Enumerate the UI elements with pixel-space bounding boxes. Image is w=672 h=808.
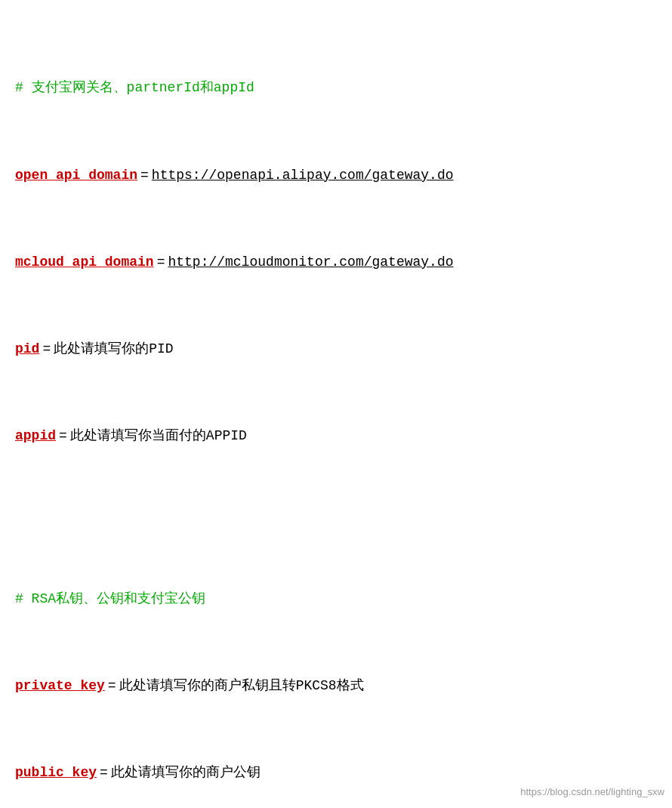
pid-key: pid (15, 338, 39, 360)
appid-line: appid = 此处请填写你当面付的APPID (15, 425, 657, 447)
pid-val: 此处请填写你的PID (54, 338, 173, 360)
mcloud-api-domain-val: http://mcloudmonitor.com/gateway.do (168, 251, 453, 273)
public-key-key: public_key (15, 762, 97, 784)
section1-comment-line: # 支付宝网关名、partnerId和appId (15, 77, 657, 99)
appid-op: = (59, 425, 67, 447)
private-key-val: 此处请填写你的商户私钥且转PKCS8格式 (119, 675, 364, 697)
mcloud-api-domain-op: = (157, 251, 165, 273)
public-key-op: = (100, 762, 108, 784)
public-key-val: 此处请填写你的商户公钥 (111, 762, 260, 784)
private-key-op: = (108, 675, 116, 697)
pid-op: = (42, 338, 51, 360)
open-api-domain-line: open_api_domain = https://openapi.alipay… (15, 165, 657, 187)
section1-comment: # 支付宝网关名、partnerId和appId (15, 77, 254, 99)
open-api-domain-key: open_api_domain (15, 165, 137, 187)
private-key-line: private_key = 此处请填写你的商户私钥且转PKCS8格式 (15, 675, 657, 697)
appid-val: 此处请填写你当面付的APPID (70, 425, 247, 447)
open-api-domain-val: https://openapi.alipay.com/gateway.do (152, 165, 454, 187)
mcloud-api-domain-line: mcloud_api_domain = http://mcloudmonitor… (15, 251, 657, 273)
section2-comment-line: # RSA私钥、公钥和支付宝公钥 (15, 588, 657, 610)
mcloud-api-domain-key: mcloud_api_domain (15, 251, 154, 273)
pid-line: pid = 此处请填写你的PID (15, 338, 657, 360)
appid-key: appid (15, 425, 56, 447)
open-api-domain-op: = (140, 165, 149, 187)
private-key-key: private_key (15, 675, 105, 697)
section2-comment: # RSA私钥、公钥和支付宝公钥 (15, 588, 205, 610)
spacer1 (15, 512, 657, 523)
public-key-line: public_key = 此处请填写你的商户公钥 (15, 762, 657, 784)
watermark: https://blog.csdn.net/lighting_sxw (520, 785, 664, 800)
code-block: # 支付宝网关名、partnerId和appId open_api_domain… (15, 12, 657, 808)
